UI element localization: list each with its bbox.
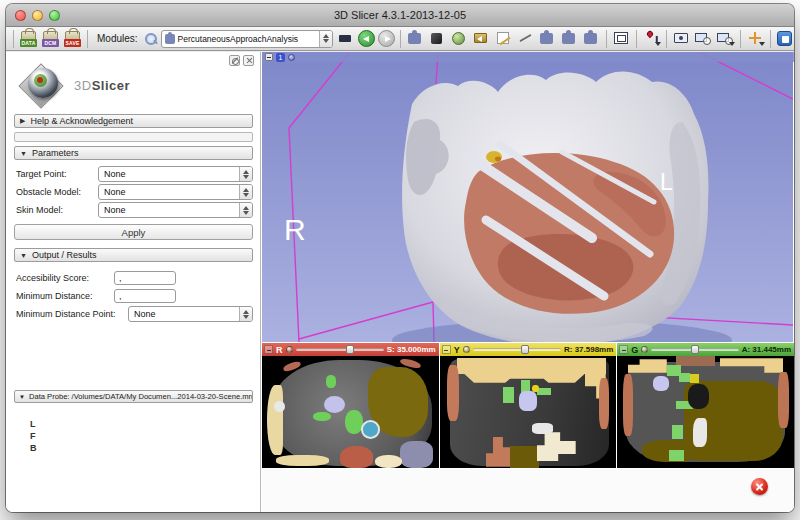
segment (457, 358, 605, 374)
expanded-triangle-icon: ▼ (20, 150, 27, 157)
view-area: R L 1 R S: 35.00 (262, 52, 794, 512)
threed-view[interactable]: R L 1 (262, 52, 794, 342)
models-module-button[interactable] (472, 29, 491, 48)
minimum-distance-point-combobox[interactable]: None (128, 306, 253, 322)
yellow-slice-header: Y R: 37.598mm (440, 343, 617, 356)
save-button[interactable]: SAVE (63, 29, 82, 48)
module-shortcut-2-button[interactable] (560, 29, 579, 48)
view-pin-icon[interactable] (288, 54, 295, 61)
minimize-window-button[interactable] (32, 10, 43, 21)
data-module-button[interactable] (428, 29, 447, 48)
segment (672, 425, 683, 438)
yellow-slice-image[interactable] (440, 356, 617, 468)
minimum-distance-point-label: Minimum Distance Point: (16, 309, 116, 319)
orientation-label-r: R (284, 213, 306, 246)
toolbar-separator (636, 30, 637, 48)
volumes-module-button[interactable] (450, 29, 469, 48)
module-shortcut-1-button[interactable] (538, 29, 557, 48)
load-dicom-button[interactable]: DCM (41, 29, 60, 48)
section-output-results[interactable]: ▼ Output / Results (14, 248, 253, 262)
output-section-label: Output / Results (32, 250, 97, 260)
load-data-button[interactable]: DATA (19, 29, 38, 48)
scene-view-restore-button[interactable] (716, 29, 735, 48)
toolbar-separator (606, 30, 607, 48)
ruler-icon (519, 34, 531, 42)
target-point-combobox[interactable]: None (98, 166, 253, 182)
module-stepper[interactable] (319, 31, 332, 47)
cube-icon (431, 33, 442, 44)
annotations-module-button[interactable] (494, 29, 513, 48)
measure-module-button[interactable] (516, 29, 535, 48)
threed-view-controller-bar[interactable]: 1 (262, 52, 794, 62)
segment (274, 401, 285, 412)
module-selector-combobox[interactable]: PercutaneousApproachAnalysis (161, 30, 333, 48)
segment (693, 418, 707, 447)
segment (519, 391, 537, 411)
red-slice-slider[interactable] (296, 348, 384, 351)
green-pin-icon[interactable] (641, 346, 648, 353)
red-slice-header: R S: 35.000mm (262, 343, 439, 356)
red-slider-handle[interactable] (346, 345, 354, 354)
yellow-slider-handle[interactable] (521, 345, 529, 354)
toolbar-separator (770, 30, 771, 48)
panel-hide-button[interactable] (243, 55, 254, 66)
screen-capture-button[interactable] (672, 29, 691, 48)
stepper-down-icon (323, 39, 329, 43)
segment (532, 423, 553, 434)
segment (340, 446, 374, 468)
green-slice-slider[interactable] (651, 348, 738, 351)
red-pin-icon[interactable] (286, 346, 293, 353)
accessibility-score-field[interactable] (114, 271, 176, 285)
title-bar[interactable]: 3D Slicer 4.3.1-2013-12-05 (6, 4, 794, 27)
module-shortcut-3-button[interactable] (582, 29, 601, 48)
mouse-mode-button[interactable] (642, 29, 661, 48)
obstacle-model-row: Obstacle Model: None (16, 184, 253, 200)
dicom-label: DCM (42, 39, 59, 47)
slice-view-green: G A: 31.445mm (617, 343, 794, 468)
segment (688, 384, 709, 409)
target-point-value: None (99, 169, 239, 179)
stepper[interactable] (239, 167, 252, 181)
red-slice-image[interactable] (262, 356, 439, 468)
annotation-icon (497, 32, 509, 44)
home-module-button[interactable] (406, 29, 425, 48)
green-collapse-button[interactable] (619, 345, 628, 354)
stepper[interactable] (239, 203, 252, 217)
panel-undock-button[interactable] (229, 55, 240, 66)
minimum-distance-field[interactable] (114, 289, 176, 303)
scene-view-button[interactable] (694, 29, 713, 48)
zoom-window-button[interactable] (49, 10, 60, 21)
skin-model-combobox[interactable]: None (98, 202, 253, 218)
yellow-slice-slider[interactable] (473, 348, 561, 351)
slice-view-red: R S: 35.000mm (262, 343, 439, 468)
close-window-button[interactable] (15, 10, 26, 21)
red-collapse-button[interactable] (264, 345, 273, 354)
section-parameters[interactable]: ▼ Parameters (14, 146, 253, 160)
module-forward-button[interactable] (378, 30, 395, 47)
extensions-manager-button[interactable] (776, 29, 794, 48)
yellow-pin-icon[interactable] (463, 346, 470, 353)
layout-selector-button[interactable] (612, 29, 631, 48)
stepper[interactable] (239, 307, 252, 321)
stepper[interactable] (239, 185, 252, 199)
crosshair-button[interactable] (746, 29, 765, 48)
green-slice-image[interactable] (617, 356, 794, 468)
collapse-view-button[interactable] (265, 53, 273, 61)
section-help-acknowledgement[interactable]: ▶ Help & Acknowledgement (14, 114, 253, 128)
segment (669, 450, 685, 461)
yellow-collapse-button[interactable] (442, 345, 451, 354)
module-search-icon[interactable] (143, 31, 158, 46)
segment (778, 372, 789, 428)
collapsed-section-bar[interactable] (14, 132, 253, 142)
module-back-button[interactable] (358, 30, 375, 47)
skin-model-row: Skin Model: None (16, 202, 253, 218)
segment (510, 446, 538, 468)
module-history-button[interactable] (336, 29, 355, 48)
error-log-button[interactable] (751, 478, 768, 495)
green-slider-handle[interactable] (691, 345, 699, 354)
segment (447, 365, 459, 421)
window-title: 3D Slicer 4.3.1-2013-12-05 (334, 9, 466, 21)
data-probe-section[interactable]: ▼ Data Probe: /Volumes/DATA/My Documen..… (14, 390, 253, 403)
obstacle-model-combobox[interactable]: None (98, 184, 253, 200)
apply-button[interactable]: Apply (14, 224, 253, 240)
